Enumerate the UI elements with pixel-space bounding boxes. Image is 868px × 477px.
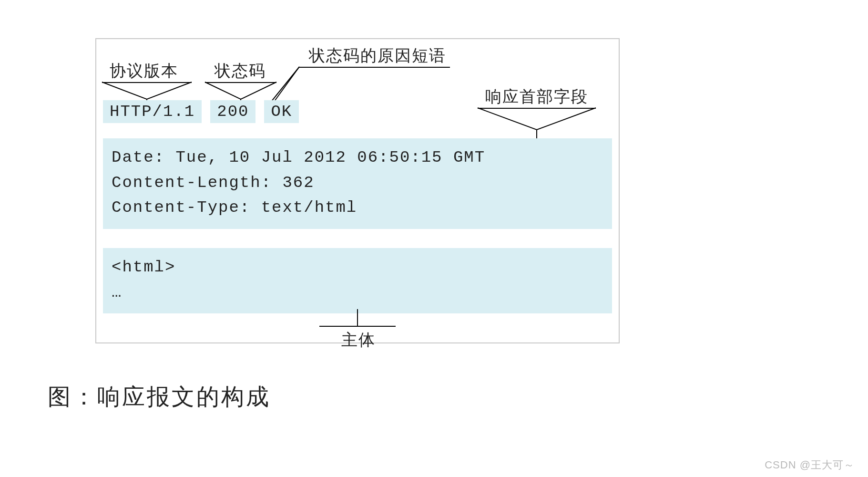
header-line-date: Date: Tue, 10 Jul 2012 06:50:15 GMT xyxy=(112,145,603,170)
label-response-headers: 响应首部字段 xyxy=(485,86,588,108)
body-line-ellipsis: … xyxy=(112,280,603,305)
response-body-block: <html> … xyxy=(103,248,612,313)
label-protocol-version: 协议版本 xyxy=(110,60,178,82)
figure-caption: 图：响应报文的构成 xyxy=(48,382,271,412)
underline-reason-phrase xyxy=(299,67,450,68)
response-headers-block: Date: Tue, 10 Jul 2012 06:50:15 GMT Cont… xyxy=(103,138,612,229)
watermark: CSDN @王大可～ xyxy=(765,458,855,472)
token-reason-phrase: OK xyxy=(264,100,299,123)
underline-response-headers xyxy=(478,108,596,109)
label-body: 主体 xyxy=(341,329,376,351)
body-line-html: <html> xyxy=(112,255,603,280)
underline-protocol xyxy=(102,82,192,83)
underline-status-code xyxy=(205,82,276,83)
token-status-code: 200 xyxy=(210,100,255,123)
header-line-content-type: Content-Type: text/html xyxy=(112,195,603,220)
status-line: HTTP/1.1 200 OK xyxy=(103,100,299,123)
diagram-canvas: 协议版本 状态码 状态码的原因短语 响应首部字段 HTTP/1.1 xyxy=(0,0,868,477)
header-line-content-length: Content-Length: 362 xyxy=(112,170,603,196)
label-reason-phrase: 状态码的原因短语 xyxy=(309,45,446,67)
label-status-code: 状态码 xyxy=(214,60,266,82)
token-protocol: HTTP/1.1 xyxy=(103,100,202,123)
